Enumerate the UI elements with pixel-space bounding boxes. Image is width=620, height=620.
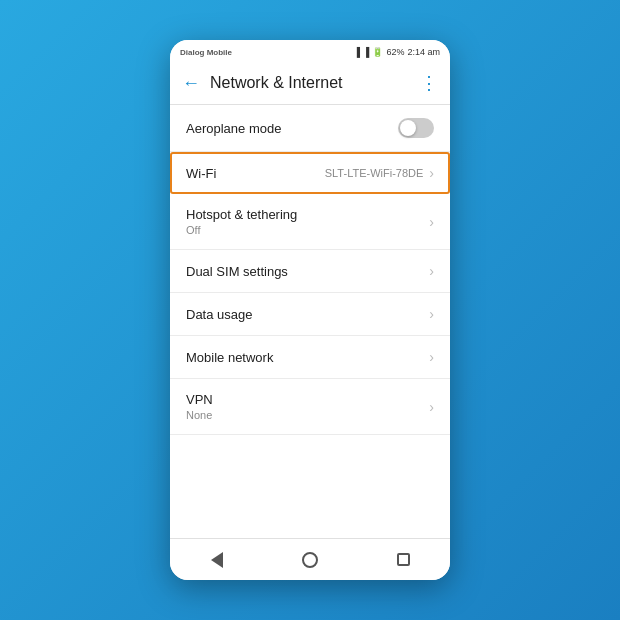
mobilenetwork-chevron-icon: ›	[429, 349, 434, 365]
wifi-chevron-icon: ›	[429, 165, 434, 181]
carrier-label: Dialog Mobile	[180, 48, 232, 57]
status-right: ▐ ▐ 🔋 62% 2:14 am	[354, 47, 440, 57]
nav-bar	[170, 538, 450, 580]
aeroplane-mode-row[interactable]: Aeroplane mode	[170, 105, 450, 152]
datausage-row[interactable]: Data usage ›	[170, 293, 450, 336]
vpn-title: VPN	[186, 392, 429, 407]
signal-icon: ▐	[354, 47, 360, 57]
top-bar: ← Network & Internet ⋮	[170, 62, 450, 105]
nav-home-icon	[302, 552, 318, 568]
hotspot-row[interactable]: Hotspot & tethering Off ›	[170, 194, 450, 250]
mobilenetwork-row[interactable]: Mobile network ›	[170, 336, 450, 379]
page-title: Network & Internet	[210, 74, 410, 92]
battery-label: 🔋	[372, 47, 383, 57]
hotspot-content: Hotspot & tethering Off	[186, 207, 429, 236]
hotspot-chevron-icon: ›	[429, 214, 434, 230]
dualsim-chevron-icon: ›	[429, 263, 434, 279]
time-label: 2:14 am	[407, 47, 440, 57]
mobilenetwork-content: Mobile network	[186, 350, 429, 365]
hotspot-subtitle: Off	[186, 224, 429, 236]
vpn-row[interactable]: VPN None ›	[170, 379, 450, 435]
nav-home-button[interactable]	[290, 544, 330, 576]
battery-percent: 62%	[386, 47, 404, 57]
aeroplane-mode-content: Aeroplane mode	[186, 121, 398, 136]
datausage-content: Data usage	[186, 307, 429, 322]
wifi-title: Wi-Fi	[186, 166, 325, 181]
nav-back-button[interactable]	[197, 544, 237, 576]
status-bar: Dialog Mobile ▐ ▐ 🔋 62% 2:14 am	[170, 40, 450, 62]
dualsim-title: Dual SIM settings	[186, 264, 429, 279]
settings-list: Aeroplane mode Wi-Fi SLT-LTE-WiFi-78DE ›…	[170, 105, 450, 538]
aeroplane-mode-title: Aeroplane mode	[186, 121, 398, 136]
vpn-chevron-icon: ›	[429, 399, 434, 415]
more-options-button[interactable]: ⋮	[420, 72, 438, 94]
hotspot-title: Hotspot & tethering	[186, 207, 429, 222]
dualsim-row[interactable]: Dual SIM settings ›	[170, 250, 450, 293]
toggle-thumb	[400, 120, 416, 136]
phone-frame: Dialog Mobile ▐ ▐ 🔋 62% 2:14 am ← Networ…	[170, 40, 450, 580]
aeroplane-toggle[interactable]	[398, 118, 434, 138]
back-button[interactable]: ←	[182, 73, 200, 94]
signal-icon2: ▐	[363, 47, 369, 57]
vpn-content: VPN None	[186, 392, 429, 421]
datausage-chevron-icon: ›	[429, 306, 434, 322]
nav-recents-button[interactable]	[383, 544, 423, 576]
mobilenetwork-title: Mobile network	[186, 350, 429, 365]
vpn-subtitle: None	[186, 409, 429, 421]
datausage-title: Data usage	[186, 307, 429, 322]
nav-back-icon	[211, 552, 223, 568]
dualsim-content: Dual SIM settings	[186, 264, 429, 279]
wifi-value: SLT-LTE-WiFi-78DE	[325, 167, 424, 179]
wifi-row[interactable]: Wi-Fi SLT-LTE-WiFi-78DE ›	[170, 152, 450, 194]
nav-recents-icon	[397, 553, 410, 566]
